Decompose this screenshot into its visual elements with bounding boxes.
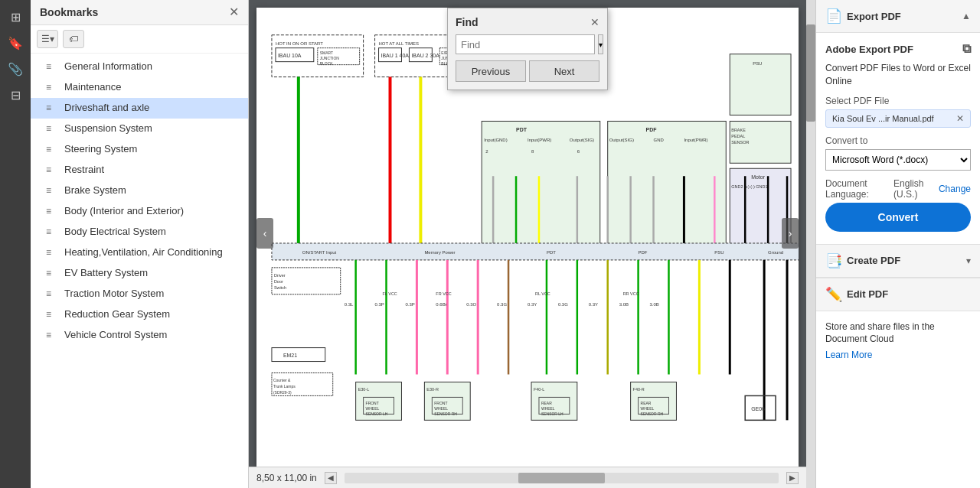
find-previous-button[interactable]: Previous [456,60,526,82]
change-language-link[interactable]: Change [939,184,971,194]
convert-to-label: Convert to [825,135,971,146]
edit-pdf-header[interactable]: ✏️ Edit PDF [816,278,980,311]
right-panel: 📄 Export PDF ▲ Adobe Export PDF ⧉ Conver… [815,0,980,488]
svg-text:BLOCK: BLOCK [320,61,334,66]
find-dialog-title: Find [456,16,479,28]
scroll-left-button[interactable]: ◀ [325,472,337,484]
find-input[interactable] [456,34,595,54]
bookmark-item[interactable]: ≡Heating,Ventilation, Air Conditioning [31,242,248,263]
svg-text:Input(PWR): Input(PWR) [684,138,707,142]
layers-icon[interactable]: ⊟ [5,84,26,106]
find-input-row: ▾ [456,34,599,54]
svg-text:3.0B: 3.0B [619,302,629,307]
bookmark-item-label: Traction Motor System [64,288,164,301]
bookmark-item-label: Vehicle Control System [64,329,167,342]
bookmark-item[interactable]: ≡Restraint [31,160,248,181]
pages-icon[interactable]: ⊞ [5,6,26,28]
bookmark-item[interactable]: ≡General Information [31,57,248,77]
svg-text:SENSOR LH: SENSOR LH [366,412,388,416]
svg-text:SMART: SMART [320,50,333,55]
cloud-section: Store and share files in the Document Cl… [816,311,980,371]
bookmarks-icon[interactable]: 🔖 [5,32,26,54]
svg-text:FR VCC: FR VCC [436,291,451,296]
bookmark-item[interactable]: ≡Steering System [31,139,248,160]
convert-button[interactable]: Convert [825,203,971,232]
bookmark-item[interactable]: ≡Traction Motor System [31,284,248,304]
svg-text:Motor: Motor [751,174,765,180]
export-pdf-section: 📄 Export PDF ▲ Adobe Export PDF ⧉ Conver… [816,0,980,245]
find-dialog: Find ✕ ▾ Previous Next [447,8,608,90]
svg-text:SENSOR: SENSOR [731,140,749,145]
find-title-bar: Find ✕ [456,16,599,28]
bookmark-item[interactable]: ≡Driveshaft and axle [31,98,248,119]
bookmark-item[interactable]: ≡Reduction Gear System [31,304,248,325]
bookmark-item-icon: ≡ [46,123,58,135]
status-bar: 8,50 x 11,00 in ◀ ▶ [249,467,806,488]
bookmark-item-icon: ≡ [46,185,58,197]
convert-format-select[interactable]: Microsoft Word (*.docx)Microsoft Excel (… [825,149,971,171]
find-close-button[interactable]: ✕ [590,17,599,28]
svg-text:ON/START Input: ON/START Input [302,250,337,255]
export-pdf-header[interactable]: 📄 Export PDF ▲ [816,0,980,33]
bookmark-item-label: Steering System [64,143,137,156]
edit-pdf-section: ✏️ Edit PDF [816,278,980,311]
find-dropdown-button[interactable]: ▾ [598,34,603,54]
bookmark-item-icon: ≡ [46,330,58,342]
svg-text:3.0B: 3.0B [650,302,659,307]
svg-text:Input(PWR): Input(PWR) [528,138,551,142]
attachments-icon[interactable]: 📎 [5,58,26,80]
bookmark-item-icon: ≡ [46,309,58,321]
svg-text:IBAU 1 40A: IBAU 1 40A [381,53,410,58]
selected-pdf-file: Kia Soul Ev ...ir Manual.pdf ✕ [825,109,971,128]
svg-text:PDF: PDF [646,127,657,132]
svg-text:0.3G: 0.3G [497,302,507,307]
bookmark-item[interactable]: ≡Maintenance [31,77,248,98]
remove-file-button[interactable]: ✕ [956,113,964,124]
svg-text:IBAU 10A: IBAU 10A [278,53,302,58]
bookmark-item-label: Body (Interior and Exterior) [64,205,184,218]
bookmark-item[interactable]: ≡Body Electrical System [31,222,248,242]
vertical-scrollbar-thumb [806,24,815,122]
cloud-text: Store and share files in the Document Cl… [825,321,935,345]
svg-text:RL VCC: RL VCC [535,291,550,296]
svg-text:F40-R: F40-R [633,387,645,392]
create-pdf-header[interactable]: 📑 Create PDF ▾ [816,245,980,278]
svg-text:Output(SIG): Output(SIG) [570,138,594,142]
horizontal-scrollbar[interactable] [345,473,779,483]
bookmark-item[interactable]: ≡Suspension System [31,119,248,139]
copy-icon[interactable]: ⧉ [962,42,971,56]
find-next-button[interactable]: Next [529,60,599,82]
svg-text:0.3G: 0.3G [558,302,568,307]
bookmark-item-label: EV Battery System [64,267,148,280]
svg-text:F40-L: F40-L [534,387,544,392]
bookmark-item-icon: ≡ [46,268,58,280]
find-nav-row: Previous Next [456,60,599,82]
scroll-right-button[interactable]: ▶ [786,472,799,484]
learn-more-link[interactable]: Learn More [825,349,971,362]
bookmark-item[interactable]: ≡Body (Interior and Exterior) [31,201,248,222]
export-pdf-chevron: ▲ [962,11,971,21]
document-language-row: Document Language: English (U.S.) Change [825,178,971,200]
close-bookmarks-button[interactable]: ✕ [229,6,239,18]
svg-text:0.3P: 0.3P [405,302,414,307]
bookmark-item-icon: ≡ [46,164,58,177]
pdf-next-page-arrow[interactable]: › [782,218,799,249]
bookmark-item[interactable]: ≡Brake System [31,181,248,201]
bookmarks-list-btn[interactable]: ☰▾ [37,30,58,48]
vertical-scrollbar[interactable] [806,0,815,488]
svg-text:HOT AT ALL TIMES: HOT AT ALL TIMES [379,41,419,46]
svg-text:WHEEL: WHEEL [434,406,448,411]
svg-text:PSU: PSU [753,61,762,66]
pdf-prev-page-arrow[interactable]: ‹ [256,218,273,249]
svg-text:0.3P: 0.3P [375,302,384,307]
create-pdf-title: 📑 Create PDF [825,252,900,269]
svg-text:HOT IN ON OR START: HOT IN ON OR START [276,41,323,46]
svg-text:Switch: Switch [274,285,286,290]
bookmark-item[interactable]: ≡EV Battery System [31,263,248,284]
bookmark-item[interactable]: ≡Vehicle Control System [31,325,248,346]
bookmark-item-label: Restraint [64,164,104,177]
svg-text:Counter &: Counter & [273,378,291,382]
export-pdf-icon: 📄 [825,8,842,24]
bookmarks-tag-btn[interactable]: 🏷 [63,30,84,48]
bookmark-item-icon: ≡ [46,247,58,259]
